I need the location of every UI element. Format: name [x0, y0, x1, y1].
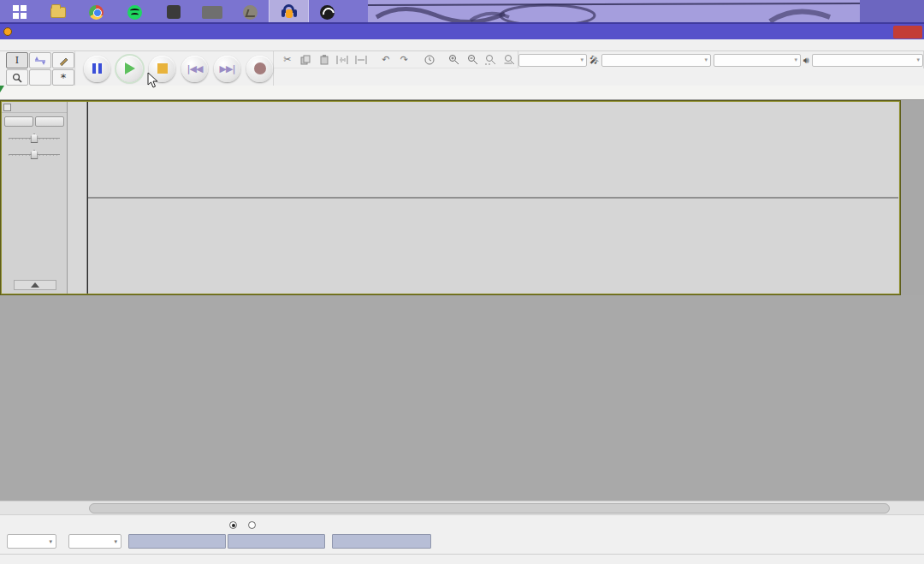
recording-channels-select[interactable]: ▾	[714, 54, 801, 67]
paste-icon[interactable]	[316, 53, 332, 67]
zoom-tool-button[interactable]	[6, 69, 28, 86]
horizontal-scroll-thumb[interactable]	[89, 503, 890, 514]
transport-toolbar: |◀◀ ▶▶|	[75, 51, 274, 86]
toolbar-band: I * |◀◀ ▶▶| ✂ ↶ ↷	[0, 51, 924, 86]
chrome-icon[interactable]	[77, 0, 116, 24]
status-bar	[0, 554, 924, 564]
speaker-icon: 🔊︎	[803, 55, 809, 66]
redo-icon[interactable]: ↷	[396, 53, 412, 67]
play-button[interactable]	[116, 56, 143, 82]
windows-start-icon[interactable]	[0, 0, 38, 24]
waveform-display[interactable]	[87, 102, 898, 294]
recording-device-select[interactable]: ▾	[601, 54, 711, 67]
solo-button[interactable]	[35, 116, 64, 127]
tools-toolbar: I *	[0, 51, 75, 86]
multi-tool-button[interactable]: *	[52, 69, 74, 86]
menu-bar	[0, 39, 924, 51]
title-bar[interactable]	[0, 24, 924, 39]
desktop-wallpaper	[368, 0, 860, 24]
selection-tool-button[interactable]: I	[6, 52, 28, 68]
vertical-scale-ruler[interactable]	[68, 102, 87, 294]
file-explorer-icon[interactable]	[38, 0, 77, 24]
record-button[interactable]	[246, 56, 273, 82]
skip-to-end-button[interactable]: ▶▶|	[214, 56, 240, 82]
edit-cursor-line	[87, 102, 88, 294]
zoom-fit-icon[interactable]	[501, 53, 518, 67]
edit-toolbar: ✂ ↶ ↷	[274, 51, 518, 68]
taskbar	[0, 0, 924, 24]
pause-button[interactable]	[84, 56, 110, 82]
waveform-channel-left[interactable]	[87, 102, 898, 197]
audacity-screen: I * |◀◀ ▶▶| ✂ ↶ ↷	[0, 0, 924, 564]
audacity-app-icon	[3, 27, 12, 36]
scroll-left-icon[interactable]	[79, 503, 89, 514]
zoom-in-icon[interactable]	[446, 53, 462, 67]
sublime-text-icon[interactable]	[154, 0, 192, 24]
microphone-icon: 🎤︎	[589, 55, 599, 66]
empty-track-space	[0, 295, 924, 501]
spotify-icon[interactable]	[116, 0, 154, 24]
skip-to-start-button[interactable]: |◀◀	[181, 56, 208, 82]
undo-icon[interactable]: ↶	[377, 53, 394, 67]
timeshift-tool-button[interactable]	[29, 69, 51, 86]
envelope-tool-button[interactable]	[29, 52, 51, 68]
mute-button[interactable]	[4, 116, 33, 127]
track-control-panel	[2, 102, 68, 294]
project-rate-select[interactable]: ▾	[7, 534, 56, 549]
horizontal-scrollbar[interactable]	[0, 501, 924, 514]
zoom-out-icon[interactable]	[465, 53, 481, 67]
sync-lock-icon[interactable]	[421, 53, 437, 67]
gain-slider[interactable]	[7, 131, 62, 145]
scroll-right-icon[interactable]	[893, 503, 903, 514]
audio-host-select[interactable]: ▾	[518, 54, 587, 67]
ableton-live-icon[interactable]	[192, 0, 231, 24]
selection-start-field[interactable]	[128, 534, 226, 549]
maximize-button[interactable]	[873, 26, 891, 39]
audio-position-field[interactable]	[332, 534, 431, 549]
silence-audio-icon[interactable]	[352, 53, 369, 67]
snap-to-select[interactable]: ▾	[68, 534, 121, 549]
selection-toolbar: ▾ ▾ 🔊︎ 🎤︎	[0, 514, 924, 554]
obs-icon[interactable]	[308, 0, 346, 24]
pan-slider[interactable]	[7, 147, 62, 161]
device-toolbar: ▾ 🎤︎ ▾ ▾ 🔊︎ ▾	[518, 51, 924, 68]
waveform-channel-right[interactable]	[87, 199, 898, 294]
audio-track	[1, 101, 900, 294]
taskbar-icons	[0, 0, 346, 24]
reaper-icon[interactable]	[231, 0, 270, 24]
copy-icon[interactable]	[297, 53, 313, 67]
track-area	[0, 100, 924, 295]
zoom-selection-icon[interactable]	[483, 53, 499, 67]
cut-icon[interactable]: ✂	[279, 53, 295, 67]
end-duration-radios	[229, 521, 258, 530]
collapse-track-button[interactable]	[14, 280, 56, 290]
selection-end-field[interactable]	[228, 534, 325, 549]
minimize-button[interactable]	[854, 26, 873, 39]
timeline-ruler[interactable]	[0, 86, 924, 100]
duree-radio[interactable]	[248, 521, 258, 530]
fin-radio[interactable]	[229, 521, 240, 530]
playback-device-select[interactable]: ▾	[812, 54, 923, 67]
draw-tool-button[interactable]	[52, 52, 74, 68]
playhead-marker[interactable]	[0, 86, 4, 92]
trim-audio-icon[interactable]	[334, 53, 350, 67]
track-close-icon[interactable]	[3, 104, 11, 111]
close-button[interactable]	[893, 26, 922, 39]
mouse-cursor	[147, 72, 157, 87]
audacity-icon[interactable]	[270, 0, 308, 24]
